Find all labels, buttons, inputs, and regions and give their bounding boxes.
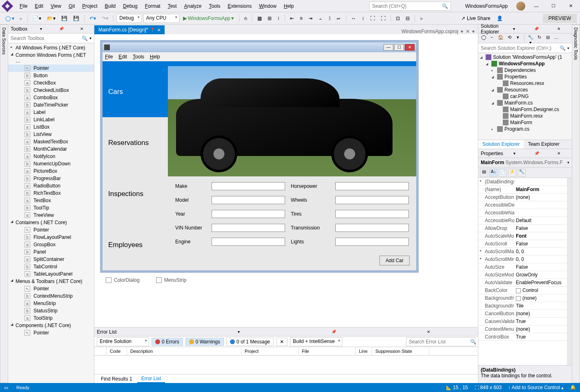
property-row[interactable]: AutoScrollFalse (478, 240, 567, 248)
panel-tab[interactable]: Solution Explorer (478, 140, 524, 149)
home-icon[interactable]: 🏠 (497, 35, 504, 42)
menu-help[interactable]: Help (281, 2, 297, 11)
toolbox-item-checkbox[interactable]: aCheckBox (8, 79, 94, 87)
property-row[interactable]: BackgroundImTile (478, 302, 567, 310)
pin-icon[interactable]: 📌 (51, 27, 71, 31)
toolbox-item-checkedlistbox[interactable]: bCheckedListBox (8, 87, 94, 94)
align-top-icon[interactable]: ⫠ (316, 14, 325, 22)
collapse-icon[interactable]: ⊟ (544, 35, 551, 42)
search-input[interactable] (372, 3, 442, 9)
show-all-icon[interactable]: ▾ (514, 35, 522, 42)
panel-dropdown-icon[interactable]: ▾ (31, 27, 51, 31)
solution-node[interactable]: car.PNG (478, 93, 572, 100)
property-row[interactable]: AutoValidateEnablePreventFocus (478, 279, 567, 287)
preview-button[interactable]: PREVIEW (543, 14, 577, 23)
live-share-button[interactable]: ↗ Live Share 👤 (461, 16, 503, 21)
menu-build[interactable]: Build (102, 2, 119, 11)
config-dropdown[interactable]: Debug (116, 14, 141, 23)
toolbox-item-listbox[interactable]: aListBox (8, 123, 94, 131)
form-menu-item[interactable]: Edit (118, 54, 127, 60)
menu-tools[interactable]: Tools (205, 2, 223, 11)
panel-dropdown-icon[interactable]: ▾ (504, 151, 525, 156)
property-row[interactable]: BackgroundIm(none) (478, 294, 567, 302)
menu-file[interactable]: File (16, 2, 31, 11)
property-row[interactable]: AutoScaleMoFont (478, 232, 567, 240)
doc-dropdown-icon[interactable]: ▾ (461, 29, 463, 34)
property-row[interactable]: (Name)MainForm (478, 186, 567, 194)
errors-filter[interactable]: 0 Errors (152, 338, 183, 346)
warnings-filter[interactable]: 0 Warnings (185, 338, 224, 346)
toolbox-item-statusstrip[interactable]: bStatusStrip (8, 307, 94, 314)
field-input-transmission[interactable] (335, 224, 409, 232)
field-input-model[interactable] (212, 196, 285, 204)
error-search[interactable]: 🔍 (406, 337, 475, 346)
spacing-icon[interactable]: ↔ (349, 14, 358, 22)
toolbox-item-treeview[interactable]: aTreeView (8, 212, 94, 219)
toolbox-group[interactable]: All Windows Forms (.NET Core) (8, 44, 94, 51)
back-icon[interactable]: ← (489, 35, 496, 42)
property-row[interactable]: AcceptButton(none) (478, 194, 567, 201)
property-row[interactable]: AutoScrollMa0, 0 (478, 248, 567, 256)
error-col-header[interactable]: Code (107, 347, 127, 355)
menu-edit[interactable]: Edit (31, 2, 47, 11)
menu-format[interactable]: Format (142, 2, 164, 11)
scrollbar[interactable] (567, 178, 572, 365)
notifications-icon[interactable]: 🔔 (570, 385, 576, 390)
sidebar-item-reservations[interactable]: Reservations (103, 117, 168, 168)
tb-icon[interactable]: ⊡ (394, 14, 402, 22)
property-row[interactable]: AccessibleRolDefault (478, 217, 567, 225)
redo-button[interactable]: ↷▾ (100, 14, 110, 22)
sidebar-item-employees[interactable]: Employees (103, 219, 168, 270)
toolbox-item-picturebox[interactable]: aPictureBox (8, 167, 94, 175)
bottom-tab[interactable]: Find Results 1 (97, 375, 136, 383)
property-row[interactable]: CausesValidatTrue (478, 318, 567, 325)
align-left-icon[interactable]: ⇤ (288, 14, 296, 22)
toolbox-group[interactable]: Common Windows Forms (.NET … (8, 51, 94, 65)
tb-icon[interactable]: ⊟ (404, 14, 412, 22)
toolbox-item-radiobutton[interactable]: aRadioButton (8, 182, 94, 189)
maximize-button[interactable]: ☐ (547, 3, 560, 9)
more-icon[interactable]: … (553, 35, 560, 42)
pin-icon[interactable]: 📍 (150, 28, 155, 32)
solution-node[interactable]: MainForm.resx (478, 113, 572, 119)
new-item-button[interactable]: 📄▾ (31, 14, 43, 22)
nav-fwd-button[interactable]: ▸ (18, 14, 25, 22)
tb-icon[interactable]: ⊞ (265, 14, 274, 22)
minimize-button[interactable]: — (530, 4, 542, 9)
tray-item-colordialog[interactable]: ColorDialog (106, 276, 140, 284)
error-search-input[interactable] (409, 339, 470, 345)
menu-window[interactable]: Window (256, 2, 280, 11)
toolbox-item-groupbox[interactable]: aGroupBox (8, 241, 94, 248)
toolbox-item-tablelayoutpanel[interactable]: aTableLayoutPanel (8, 270, 94, 278)
toolbox-item-combobox[interactable]: aComboBox (8, 94, 94, 101)
feedback-icon[interactable]: 👤 (497, 16, 503, 21)
property-row[interactable]: ControlBoxTrue (478, 333, 567, 341)
solution-node[interactable]: Resources.resx (478, 80, 572, 87)
solution-node[interactable]: MainForm.Designer.cs (478, 106, 572, 113)
form-designer[interactable]: — ☐ ✕ FileEditToolsHelp CarsReservations… (100, 40, 419, 273)
size-icon[interactable]: ⛶ (368, 14, 377, 22)
field-input-wheels[interactable] (335, 196, 409, 204)
save-button[interactable]: 💾 (59, 14, 69, 22)
toolbox-item-pointer[interactable]: ↖Pointer (8, 285, 94, 292)
add-car-button[interactable]: Add Car (379, 256, 410, 265)
menu-test[interactable]: Test (165, 2, 180, 11)
tb-icon[interactable]: ⫶ (275, 14, 282, 22)
categorized-icon[interactable]: ▤ (480, 169, 488, 177)
toolbox-item-richtextbox[interactable]: bRichTextBox (8, 189, 94, 197)
property-row[interactable]: AutoSizeFalse (478, 263, 567, 271)
refresh-icon[interactable]: ↻ (535, 35, 543, 42)
close-icon[interactable]: ✕ (548, 151, 569, 156)
toolbox-item-textbox[interactable]: aTextBox (8, 197, 94, 204)
toolbox-item-tabcontrol[interactable]: bTabControl (8, 263, 94, 270)
clear-icon[interactable]: ▾ (89, 36, 91, 40)
align-mid-icon[interactable]: ⫱ (327, 14, 332, 22)
property-row[interactable]: AllowDropFalse (478, 225, 567, 232)
open-button[interactable]: 📂▾ (45, 14, 58, 22)
messages-filter[interactable]: 0 of 1 Message (226, 338, 274, 346)
field-input-year[interactable] (212, 210, 285, 218)
error-col-header[interactable] (94, 347, 107, 355)
panel-dropdown-icon[interactable]: ▾ (503, 27, 525, 31)
toolbox-item-menustrip[interactable]: aMenuStrip (8, 300, 94, 307)
solution-node[interactable]: ◢MainForm.cs (478, 100, 572, 106)
